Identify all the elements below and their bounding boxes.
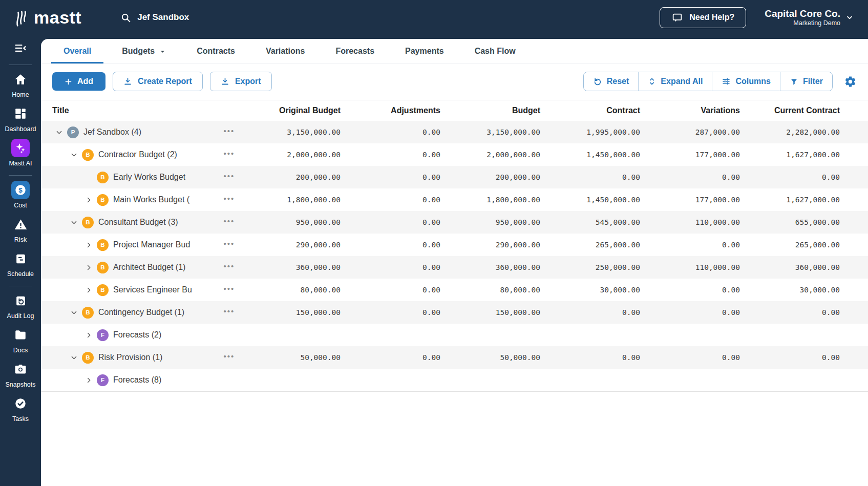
search-query[interactable]: Jef Sandbox	[137, 12, 189, 23]
tab-overall[interactable]: Overall	[48, 39, 107, 64]
chevron-down-icon[interactable]	[67, 149, 80, 161]
chevron-down-icon[interactable]	[67, 306, 80, 319]
sidebar-item-cost[interactable]: $Cost	[0, 181, 41, 209]
account-menu[interactable]: Capital Core Co. Marketing Demo	[765, 8, 854, 27]
row-menu-button[interactable]: •••	[224, 240, 235, 250]
table-row[interactable]: BEarly Works Budget•••200,000.000.00200,…	[41, 166, 868, 188]
chevron-down-icon[interactable]	[52, 126, 66, 138]
sidebar-item-docs[interactable]: Docs	[0, 326, 41, 354]
home-icon	[14, 70, 27, 89]
row-value: 0.00	[341, 151, 440, 159]
tab-cash-flow[interactable]: Cash Flow	[459, 39, 531, 64]
table-row[interactable]: BProject Manager Bud•••290,000.000.00290…	[41, 234, 868, 256]
columns-button[interactable]: Columns	[712, 72, 779, 91]
filter-label: Filter	[803, 77, 823, 86]
row-title-cell: BProject Manager Bud	[41, 239, 218, 251]
sidebar-item-schedule[interactable]: Schedule	[0, 249, 41, 278]
tab-variations[interactable]: Variations	[250, 39, 320, 64]
tab-label: Contracts	[197, 47, 235, 56]
sidebar-item-tasks[interactable]: Tasks	[0, 394, 41, 422]
need-help-button[interactable]: Need Help?	[660, 7, 746, 28]
row-title: Forecasts (2)	[113, 330, 161, 340]
table-row[interactable]: PJef Sandbox (4)•••3,150,000.000.003,150…	[41, 121, 868, 143]
sidebar-item-dashboard[interactable]: Dashboard	[0, 104, 41, 133]
tab-forecasts[interactable]: Forecasts	[320, 39, 390, 64]
table-row[interactable]: BMain Works Budget (•••1,800,000.000.001…	[41, 188, 868, 211]
row-value: 265,000.00	[740, 241, 840, 249]
sidebar-item-home[interactable]: Home	[0, 70, 41, 98]
tab-budgets[interactable]: Budgets	[107, 39, 181, 64]
row-title: Early Works Budget	[113, 173, 185, 182]
row-type-badge: B	[97, 194, 109, 206]
tab-label: Variations	[266, 47, 305, 56]
row-menu-button[interactable]: •••	[224, 217, 235, 228]
settings-button[interactable]	[844, 75, 857, 88]
row-title: Contractor Budget (2)	[98, 150, 177, 159]
row-menu-cell: •••	[218, 195, 241, 205]
filter-button[interactable]: Filter	[780, 72, 832, 91]
chevron-down-icon[interactable]	[67, 216, 80, 228]
row-value: 655,000.00	[740, 218, 840, 226]
sidebar-item-label: Home	[12, 91, 29, 98]
row-title: Jef Sandbox (4)	[83, 128, 141, 137]
add-button[interactable]: Add	[52, 72, 105, 91]
table-row[interactable]: FForecasts (8)	[41, 369, 868, 391]
row-menu-button[interactable]: •••	[224, 307, 235, 318]
add-label: Add	[77, 77, 93, 86]
sidebar-item-label: Docs	[13, 347, 28, 354]
sidebar-item-risk[interactable]: Risk	[0, 215, 41, 243]
row-type-badge: B	[97, 172, 109, 183]
table-row[interactable]: BConsultant Budget (3)•••950,000.000.009…	[41, 211, 868, 234]
workspace-name: Marketing Demo	[765, 19, 840, 27]
sidebar-item-mastt-ai[interactable]: Mastt AI	[0, 139, 41, 167]
company-name: Capital Core Co.	[765, 8, 840, 19]
table-row[interactable]: BServices Engineer Bu•••80,000.000.0080,…	[41, 279, 868, 301]
table-row[interactable]: BContractor Budget (2)•••2,000,000.000.0…	[41, 143, 868, 166]
row-menu-button[interactable]: •••	[224, 352, 235, 363]
row-menu-button[interactable]: •••	[224, 127, 235, 138]
tab-label: Forecasts	[335, 47, 374, 56]
reset-button[interactable]: Reset	[584, 72, 639, 91]
tab-payments[interactable]: Payments	[390, 39, 459, 64]
row-menu-button[interactable]: •••	[224, 262, 235, 273]
row-menu-button[interactable]: •••	[224, 285, 235, 295]
table-row[interactable]: BArchitect Budget (1)•••360,000.000.0036…	[41, 256, 868, 279]
table-row[interactable]: FForecasts (2)	[41, 324, 868, 346]
export-label: Export	[235, 77, 261, 86]
create-report-button[interactable]: Create Report	[113, 72, 203, 91]
row-menu-button[interactable]: •••	[224, 195, 235, 205]
plus-icon	[65, 78, 72, 86]
column-header-current-contract[interactable]: Current Contract	[740, 106, 840, 115]
chevron-down-icon[interactable]	[67, 351, 80, 364]
collapse-menu-icon[interactable]	[13, 41, 28, 57]
project-search[interactable]: Jef Sandbox	[120, 12, 189, 23]
column-header-adjustments[interactable]: Adjustments	[341, 106, 440, 115]
chevron-right-icon[interactable]	[82, 261, 95, 273]
row-value: 0.00	[341, 353, 440, 362]
column-header-budget[interactable]: Budget	[440, 106, 540, 115]
row-value: 0.00	[341, 286, 440, 294]
chevron-right-icon[interactable]	[82, 239, 95, 251]
gear-icon	[844, 75, 857, 88]
sidebar-item-snapshots[interactable]: Snapshots	[0, 360, 41, 388]
row-title-cell: FForecasts (2)	[41, 329, 218, 341]
tab-contracts[interactable]: Contracts	[181, 39, 250, 64]
row-value: 0.00	[640, 286, 740, 294]
chevron-right-icon[interactable]	[82, 284, 95, 296]
chevron-right-icon[interactable]	[82, 329, 95, 341]
export-button[interactable]: Export	[210, 72, 272, 91]
chevron-right-icon[interactable]	[82, 194, 95, 206]
column-header-contract[interactable]: Contract	[540, 106, 640, 115]
expand-all-button[interactable]: Expand All	[638, 72, 712, 91]
table-row[interactable]: BRisk Provision (1)•••50,000.000.0050,00…	[41, 346, 868, 369]
sidebar-item-audit-log[interactable]: Audit Log	[0, 291, 41, 320]
chat-bubble-icon	[671, 12, 683, 23]
chevron-right-icon[interactable]	[82, 374, 95, 386]
row-menu-button[interactable]: •••	[224, 172, 235, 183]
column-header-original-budget[interactable]: Original Budget	[241, 106, 341, 115]
column-header-title[interactable]: Title	[41, 106, 218, 115]
column-header-variations[interactable]: Variations	[640, 106, 740, 115]
sidebar-item-label: Mastt AI	[9, 160, 32, 167]
row-menu-button[interactable]: •••	[224, 150, 235, 160]
table-row[interactable]: BContingency Budget (1)•••150,000.000.00…	[41, 301, 868, 324]
